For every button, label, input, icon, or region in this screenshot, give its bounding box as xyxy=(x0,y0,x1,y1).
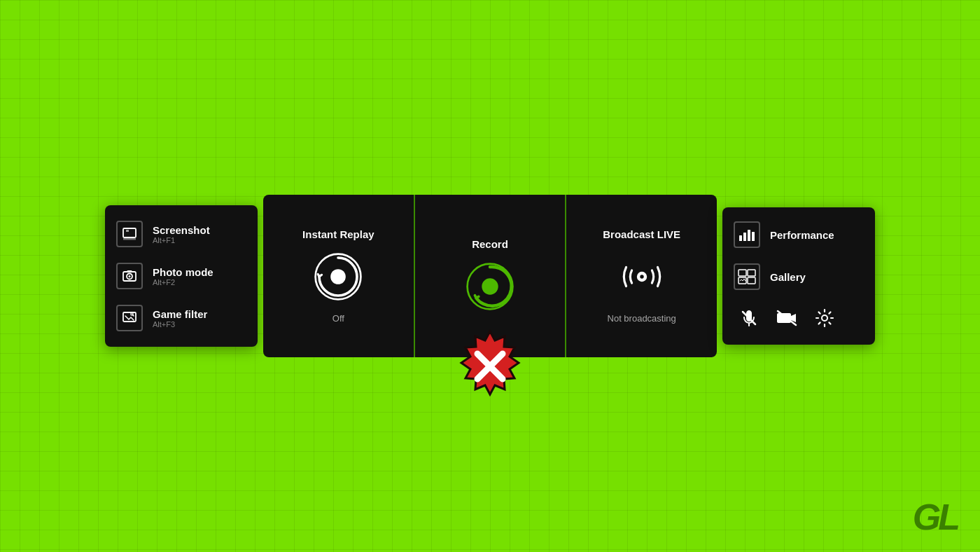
gl-logo: GL xyxy=(913,499,958,535)
svg-rect-6 xyxy=(127,270,132,272)
instant-replay-panel[interactable]: Instant Replay Off xyxy=(263,195,414,357)
performance-icon xyxy=(734,221,760,248)
settings-icon[interactable] xyxy=(812,305,837,331)
svg-rect-0 xyxy=(123,228,136,237)
broadcast-panel[interactable]: Broadcast LIVE Not broadcasting xyxy=(566,195,717,357)
cards-container: Screenshot Alt+F1 Photo mode Alt+F2 xyxy=(105,195,875,357)
svg-point-10 xyxy=(331,269,346,284)
game-filter-title: Game filter xyxy=(153,308,207,320)
instant-replay-status: Off xyxy=(332,313,344,324)
game-filter-text: Game filter Alt+F3 xyxy=(153,308,207,329)
photo-mode-text: Photo mode Alt+F2 xyxy=(153,266,214,287)
photo-mode-item[interactable]: Photo mode Alt+F2 xyxy=(116,260,246,292)
gallery-item[interactable]: Gallery xyxy=(734,261,864,293)
game-filter-item[interactable]: Game filter Alt+F3 xyxy=(116,302,246,334)
card-recording: Instant Replay Off Record xyxy=(263,195,717,357)
screenshot-shortcut: Alt+F1 xyxy=(153,236,210,244)
record-panel[interactable]: Record xyxy=(415,195,566,357)
svg-point-28 xyxy=(822,315,827,321)
error-badge[interactable] xyxy=(451,328,528,405)
broadcast-title: Broadcast LIVE xyxy=(603,228,680,240)
svg-rect-20 xyxy=(752,232,755,241)
card-utilities: Performance Gallery xyxy=(722,207,875,345)
svg-rect-19 xyxy=(748,230,750,241)
svg-point-5 xyxy=(129,275,131,277)
photo-mode-title: Photo mode xyxy=(153,266,214,278)
svg-rect-21 xyxy=(738,270,746,276)
camera-icon xyxy=(116,263,143,289)
bottom-icons-row xyxy=(734,303,864,333)
game-filter-shortcut: Alt+F3 xyxy=(153,320,207,329)
gallery-title: Gallery xyxy=(770,271,806,283)
card-capture: Screenshot Alt+F1 Photo mode Alt+F2 xyxy=(105,205,258,347)
performance-item[interactable]: Performance xyxy=(734,219,864,251)
record-title: Record xyxy=(472,238,508,250)
filter-icon xyxy=(116,305,143,331)
camera-mute-icon[interactable] xyxy=(774,305,799,331)
svg-rect-17 xyxy=(739,235,742,241)
svg-rect-22 xyxy=(748,270,755,276)
svg-rect-18 xyxy=(743,233,746,241)
svg-rect-24 xyxy=(748,277,755,284)
mic-mute-icon[interactable] xyxy=(736,305,762,331)
gallery-text: Gallery xyxy=(770,271,806,283)
instant-replay-title: Instant Replay xyxy=(302,228,374,240)
svg-point-16 xyxy=(640,275,643,278)
svg-rect-1 xyxy=(126,230,129,232)
record-icon xyxy=(462,258,518,315)
svg-rect-2 xyxy=(123,238,136,240)
gallery-icon xyxy=(734,263,760,290)
screenshot-item[interactable]: Screenshot Alt+F1 xyxy=(116,218,246,250)
broadcast-status: Not broadcasting xyxy=(608,313,676,324)
screenshot-text: Screenshot Alt+F1 xyxy=(153,224,210,244)
photo-mode-shortcut: Alt+F2 xyxy=(153,278,214,287)
performance-title: Performance xyxy=(770,229,834,241)
screenshot-title: Screenshot xyxy=(153,224,210,236)
screenshot-icon xyxy=(116,221,143,247)
broadcast-icon xyxy=(614,249,670,305)
performance-text: Performance xyxy=(770,229,834,241)
svg-point-12 xyxy=(482,278,498,294)
replay-icon xyxy=(310,249,366,305)
